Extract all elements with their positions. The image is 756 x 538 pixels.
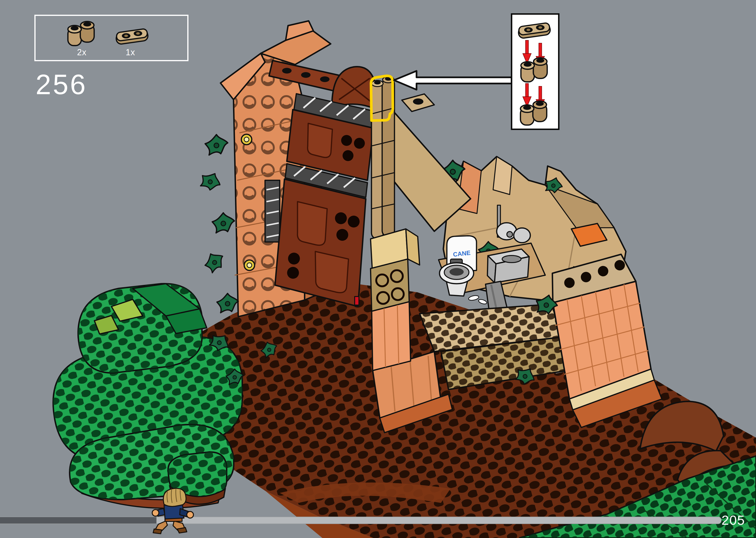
page-number: 205 [722,512,745,528]
parts-callout-panel: 2x 1x [34,15,188,61]
progress-bar-fill [0,517,157,523]
part-count-label: 1x [114,47,147,57]
part-brick-1x2-palisade-icon [68,22,94,45]
assembly-arrow-icon [523,40,531,64]
model-illustration: CANE [0,0,756,538]
inset-brick-1x2-palisade-icon [520,101,547,125]
inset-plate-1x2-rounded-icon [518,23,551,39]
running-minifigure-icon [149,486,197,536]
progress-bar[interactable] [0,517,721,523]
assembly-arrow-icon [523,83,531,107]
sink-unit [488,249,529,283]
part-plate-1x2-rounded-icon [116,28,149,45]
submodel-inset [511,13,559,130]
part-count-label: 2x [65,47,98,57]
inset-brick-1x2-palisade-icon [521,58,547,82]
callout-arrow-icon [394,71,512,90]
step-number: 256 [35,68,87,101]
instruction-page: CANE [0,0,756,538]
